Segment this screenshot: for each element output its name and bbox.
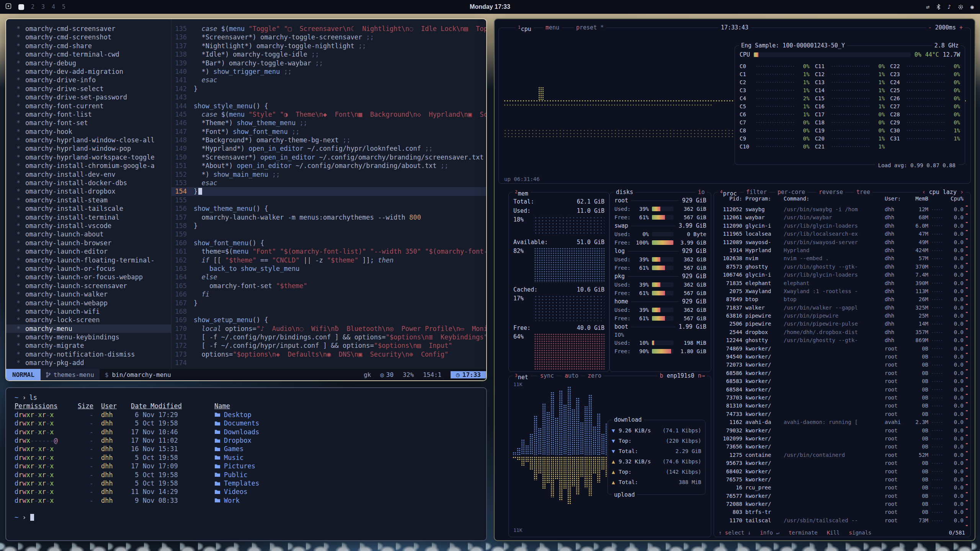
code-line[interactable]: 153 esac xyxy=(172,179,486,187)
code-line[interactable]: 163 back_to show_style_menu xyxy=(172,264,486,273)
code-line[interactable]: 148 *Background*) omarchy-theme-bg-next … xyxy=(172,136,486,144)
file-item[interactable]: *omarchy-cmd-terminal-cwd xyxy=(6,50,171,59)
file-item[interactable]: *omarchy-drive-info xyxy=(6,76,171,84)
git-branch[interactable]: themes-menu xyxy=(41,369,100,380)
net-auto-toggle[interactable]: auto xyxy=(562,372,581,380)
file-item[interactable]: *omarchy-install-chromium-google-a xyxy=(6,161,171,170)
process-row[interactable]: 94540kworker/root0B0.0 xyxy=(718,353,964,361)
file-item[interactable]: *omarchy-migrate xyxy=(6,341,171,350)
mem-box-title[interactable]: 2mem xyxy=(513,188,531,197)
process-row[interactable]: 1162avahi-daavahi-daemon: running [avahi… xyxy=(718,418,964,426)
process-row[interactable]: 112089swayosd-/usr/bin/swayosd-serverdhh… xyxy=(718,238,964,246)
process-row[interactable]: 112061waybar/usr/bin/waybardhh68M0.0 xyxy=(718,214,964,222)
code-line[interactable]: 165 omarchy-font-set "$theme" xyxy=(172,282,486,290)
code-line[interactable]: 174 xyxy=(172,359,486,367)
process-row[interactable]: 73656kworker/root0B0.0 xyxy=(718,443,964,451)
file-item[interactable]: *omarchy-install-docker-dbs xyxy=(6,179,171,187)
code-line[interactable]: 166 fi xyxy=(172,290,486,298)
code-line[interactable]: 138 *Idle*) omarchy-toggle-idle ;; xyxy=(172,50,486,59)
volume-icon[interactable]: ♪ xyxy=(947,3,951,10)
code-line[interactable]: 140 *) show_trigger_menu ;; xyxy=(172,67,486,76)
code-line[interactable]: 150 *Screensaver*) open_in_editor ~/.con… xyxy=(172,153,486,161)
process-row[interactable]: 72073kworker/root0B0.0 xyxy=(718,361,964,369)
code-line[interactable]: 141 esac xyxy=(172,76,486,84)
file-item[interactable]: *omarchy-install-dev-env xyxy=(6,170,171,179)
process-row[interactable]: 112090glycin-i/usr/lib/glycin-loadersdhh… xyxy=(718,222,964,230)
file-item[interactable]: *omarchy-menu-keybindings xyxy=(6,333,171,341)
process-row[interactable]: 63816pipewire/usr/bin/pipewiredhh25M0.0 xyxy=(718,312,964,320)
process-row[interactable]: 12244ghostty/usr/bin/ghostty --gtk-dhh86… xyxy=(718,336,964,344)
code-line[interactable]: 156show_theme_menu() { xyxy=(172,204,486,213)
code-line[interactable]: 172 [ -f ~/.config/hypr/input.conf ] && … xyxy=(172,341,486,350)
file-item[interactable]: *omarchy-launch-browser xyxy=(6,239,171,247)
proc-percore-toggle[interactable]: per-core xyxy=(775,188,807,196)
process-row[interactable]: 68402kworker/root0B0.0 xyxy=(718,468,964,476)
process-row[interactable]: 81310kworker/root0B0.0 xyxy=(718,402,964,410)
proc-footer-select[interactable]: ↑ select ↓ xyxy=(719,530,751,536)
omarchy-logo-icon[interactable] xyxy=(5,3,11,11)
process-row[interactable]: 106746glycin-i/usr/lib/glycin-loadersdhh… xyxy=(718,271,964,279)
workspace-button[interactable]: 5 xyxy=(62,3,65,10)
code-line[interactable]: 151 *About*) open_in_editor ~/.config/om… xyxy=(172,161,486,170)
process-row[interactable]: 74733kworker/root0B0.0 xyxy=(718,410,964,418)
file-item[interactable]: *omarchy-launch-walker xyxy=(6,290,171,298)
code-line[interactable]: 155 xyxy=(172,196,486,204)
code-line[interactable]: 173 options="$options\n◈ Defaults\n◉ DNS… xyxy=(172,350,486,359)
settings-gear-icon[interactable] xyxy=(958,4,964,10)
proc-footer-signals[interactable]: signals xyxy=(849,530,872,536)
cast-icon[interactable]: ⇄ xyxy=(926,3,929,10)
code-line[interactable]: 136 *Screensaver*) omarchy-toggle-screen… xyxy=(172,33,486,41)
code-line[interactable]: 164 else xyxy=(172,273,486,281)
net-interface[interactable]: b enp191s0 n→ xyxy=(658,372,707,380)
process-row[interactable]: 1275containe/usr/bin/containerdroot52M0.… xyxy=(718,451,964,459)
code-line[interactable]: 143 xyxy=(172,93,486,101)
proc-footer-info[interactable]: info ↵ xyxy=(760,530,779,536)
code-line[interactable]: 169show_setup_menu() { xyxy=(172,316,486,324)
process-row[interactable]: 71837walker/usr/bin/walker --gappldhh325… xyxy=(718,304,964,312)
process-row[interactable]: 102638nvimnvim --embed .dhh57M0.0 xyxy=(718,254,964,262)
proc-tree-toggle[interactable]: tree xyxy=(854,188,872,196)
file-item[interactable]: *omarchy-dev-add-migration xyxy=(6,67,171,76)
code-line[interactable]: 135 case $(menu "Toggle" "▢ Screensaver\… xyxy=(172,24,486,33)
code-line[interactable]: 170 local options="♪ Audio\n◌ Wifi\nƀ Bl… xyxy=(172,324,486,333)
process-row[interactable]: 74869kworker/root0B0.0 xyxy=(718,345,964,353)
file-item[interactable]: *omarchy-drive-set-password xyxy=(6,93,171,101)
cpu-box-title[interactable]: 1cpu xyxy=(516,24,534,33)
code-line[interactable]: 158} xyxy=(172,222,486,230)
prompt-line-2[interactable]: ~› xyxy=(15,513,478,522)
file-item[interactable]: *omarchy-launch-screensaver xyxy=(6,282,171,290)
file-item[interactable]: *omarchy-launch-about xyxy=(6,230,171,238)
process-row[interactable]: 16rcu_preeroot0B0.0 xyxy=(718,484,964,492)
process-row[interactable]: 73703kworker/root0B0.0 xyxy=(718,394,964,402)
file-item[interactable]: *omarchy-pkg-add xyxy=(6,359,171,367)
code-line[interactable]: 154} xyxy=(172,187,486,196)
workspace-button[interactable]: 4 xyxy=(52,3,55,10)
refresh-interval[interactable]: - 2000ms + xyxy=(926,24,965,31)
file-item[interactable]: *omarchy-hook xyxy=(6,127,171,136)
proc-reverse-toggle[interactable]: reverse xyxy=(817,188,845,196)
file-item[interactable]: *omarchy-launch-webapp xyxy=(6,299,171,307)
code-line[interactable]: 171 [ -f ~/.config/hypr/bindings.conf ] … xyxy=(172,333,486,341)
power-icon[interactable]: ◉ xyxy=(970,3,974,10)
file-item[interactable]: *omarchy-cmd-screensaver xyxy=(6,24,171,33)
file-item[interactable]: *omarchy-hyprland-workspace-toggle xyxy=(6,153,171,161)
code-line[interactable]: 167} xyxy=(172,299,486,307)
file-item[interactable]: *omarchy-font-set xyxy=(6,119,171,127)
net-box-title[interactable]: 3net xyxy=(513,372,531,381)
process-row[interactable]: 112052swaybg/usr/bin/swaybg -i /homdhh12… xyxy=(718,205,964,214)
process-row[interactable]: 2544dropbox/home/dhh/.dropbox-distdhh357… xyxy=(718,328,964,336)
proc-sort-selector[interactable]: ‹ cpu lazy › xyxy=(920,188,966,196)
file-item[interactable]: *omarchy-font-list xyxy=(6,110,171,119)
file-item[interactable]: *omarchy-menu xyxy=(6,324,171,333)
code-line[interactable]: 145 case $(menu "Style" "◑ Theme\n◆ Font… xyxy=(172,110,486,119)
code-line[interactable]: 149 *Hyprland*) open_in_editor ~/.config… xyxy=(172,144,486,153)
process-row[interactable]: 76575kworker/root0B0.0 xyxy=(718,476,964,484)
process-row[interactable]: 111965localsea/usr/lib/localsearch-exdhh… xyxy=(718,230,964,238)
file-item[interactable]: *omarchy-launch-editor xyxy=(6,247,171,256)
code-line[interactable]: 157 omarchy-launch-walker -m menus:omarc… xyxy=(172,213,486,222)
file-item[interactable]: *omarchy-launch-floating-terminal- xyxy=(6,256,171,264)
file-item[interactable]: *omarchy-drive-select xyxy=(6,85,171,93)
file-item[interactable]: *omarchy-lock-screen xyxy=(6,316,171,324)
process-row[interactable]: 102099kworker/root0B0.0 xyxy=(718,435,964,443)
code-line[interactable]: 137 *Nightlight*) omarchy-toggle-nightli… xyxy=(172,42,486,50)
